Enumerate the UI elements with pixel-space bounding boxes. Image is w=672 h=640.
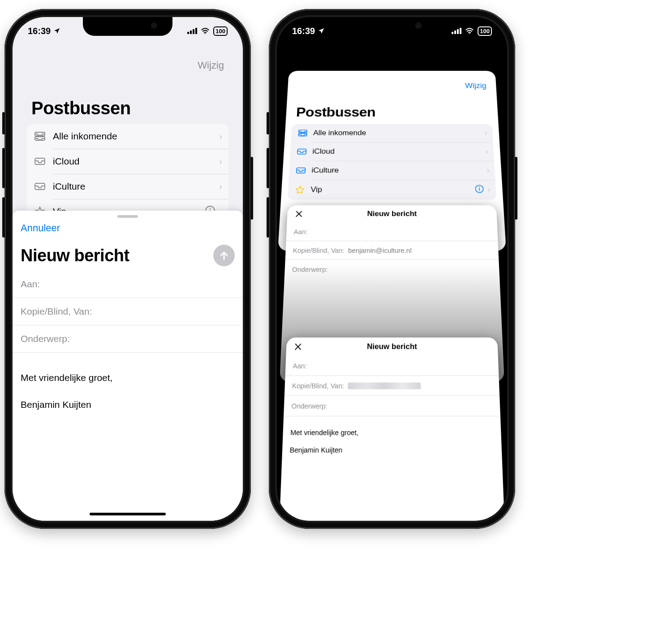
tray-icon <box>33 182 47 190</box>
ccbcc-field[interactable]: Kopie/Blind, Van: <box>13 298 243 325</box>
svg-rect-1 <box>190 30 192 34</box>
iphone-right: 16:39 <box>269 9 515 529</box>
mailbox-label: iCulture <box>311 166 487 175</box>
mailbox-row-icloud[interactable]: iCloud › <box>290 142 494 161</box>
to-label: Aan: <box>21 279 40 290</box>
edit-button[interactable]: Wijzig <box>465 82 487 90</box>
location-arrow-icon <box>53 27 60 35</box>
side-button <box>515 157 517 220</box>
ccbcc-field[interactable]: Kopie/Blind, Van: <box>284 376 500 396</box>
sheet-grabber[interactable] <box>117 215 138 218</box>
chevron-right-icon: › <box>219 182 222 192</box>
ccbcc-field[interactable]: Kopie/Blind, Van: benjamin@iculture.nl <box>285 241 499 260</box>
to-field[interactable]: Aan: <box>13 271 243 298</box>
body-line: Benjamin Kuijten <box>289 445 494 455</box>
stacked-tray-icon <box>297 130 309 137</box>
battery-icon: 100 <box>478 26 492 36</box>
side-button <box>2 112 5 134</box>
chevron-right-icon: › <box>487 186 491 194</box>
svg-point-24 <box>478 186 479 187</box>
mailbox-row-iculture[interactable]: iCulture › <box>289 161 495 180</box>
svg-rect-14 <box>454 30 456 34</box>
mailbox-label: Alle inkomende <box>53 131 219 142</box>
mailbox-row-vip[interactable]: Vip › <box>288 180 496 200</box>
star-icon <box>293 186 306 195</box>
redacted-from-value <box>348 382 421 389</box>
body-line: Met vriendelijke groet, <box>21 371 235 385</box>
tray-icon <box>33 157 47 165</box>
side-button <box>2 197 5 238</box>
mailbox-label: iCulture <box>53 181 219 192</box>
subject-field[interactable]: Onderwerp: <box>284 260 500 279</box>
close-button[interactable] <box>294 210 305 219</box>
side-button <box>250 157 253 220</box>
page-title: Postbussen <box>21 90 235 124</box>
mailbox-label: Alle inkomende <box>313 129 485 138</box>
side-button <box>267 112 269 134</box>
notch <box>83 17 172 36</box>
side-button <box>267 148 269 188</box>
body-line: Met vriendelijke groet, <box>290 427 494 437</box>
svg-rect-0 <box>187 32 189 34</box>
ccbcc-label: Kopie/Blind, Van: <box>21 306 92 317</box>
mailbox-row-iculture[interactable]: iCulture › <box>27 174 228 199</box>
subject-label: Onderwerp: <box>291 402 327 410</box>
chevron-right-icon: › <box>487 167 489 174</box>
mailbox-row-alle-inkomende[interactable]: Alle inkomende › <box>291 124 493 143</box>
mailbox-label: Vip <box>310 186 475 195</box>
tray-icon <box>295 167 307 174</box>
compose-title: Nieuw bericht <box>367 210 417 218</box>
chevron-right-icon: › <box>219 156 222 167</box>
notch <box>347 17 437 36</box>
home-indicator[interactable] <box>354 513 430 515</box>
chevron-right-icon: › <box>485 130 487 137</box>
edit-button[interactable]: Wijzig <box>198 60 224 71</box>
side-button <box>2 148 5 188</box>
svg-point-17 <box>469 33 470 34</box>
wifi-icon <box>201 28 210 34</box>
ccbcc-label: Kopie/Blind, Van: <box>293 246 345 254</box>
subject-label: Onderwerp: <box>292 265 328 273</box>
svg-rect-20 <box>297 149 306 154</box>
tray-icon <box>296 148 308 155</box>
cellular-icon <box>452 28 461 34</box>
chevron-right-icon: › <box>219 131 222 142</box>
svg-point-4 <box>205 33 206 34</box>
compose-card-2[interactable]: Nieuw bericht Aan: Kopie/Blind, Van: Ond… <box>279 337 505 521</box>
status-time: 16:39 <box>28 26 51 36</box>
card-stack: Wijzig Postbussen Alle inkomende <box>287 71 497 507</box>
svg-rect-2 <box>193 29 194 34</box>
to-field[interactable]: Aan: <box>286 223 498 241</box>
compose-sheet: Annuleer Nieuw bericht Aan: Kopie/Blind,… <box>13 211 243 521</box>
iphone-left: 16:39 <box>4 9 251 529</box>
mailbox-label: iCloud <box>53 156 219 167</box>
home-indicator[interactable] <box>90 513 166 515</box>
battery-icon: 100 <box>213 26 228 36</box>
location-arrow-icon <box>318 27 325 35</box>
close-button[interactable] <box>293 342 304 352</box>
svg-point-11 <box>210 208 211 209</box>
compose-body[interactable]: Met vriendelijke groet, Benjamin Kuijten <box>13 353 243 411</box>
info-icon[interactable] <box>474 184 484 195</box>
screen-left: 16:39 <box>13 17 243 521</box>
to-label: Aan: <box>293 362 307 370</box>
send-button[interactable] <box>213 245 235 266</box>
mailbox-row-icloud[interactable]: iCloud › <box>27 149 228 174</box>
from-value: benjamin@iculture.nl <box>348 246 412 254</box>
page-title: Postbussen <box>285 105 498 124</box>
mailbox-label: iCloud <box>312 147 486 156</box>
subject-field[interactable]: Onderwerp: <box>13 325 243 353</box>
compose-title: Nieuw bericht <box>367 342 417 351</box>
cellular-icon <box>187 28 197 34</box>
compose-body[interactable]: Met vriendelijke groet, Benjamin Kuijten <box>282 416 502 465</box>
svg-rect-7 <box>35 158 45 164</box>
body-line: Benjamin Kuijten <box>21 398 235 412</box>
svg-rect-16 <box>460 28 461 34</box>
to-field[interactable]: Aan: <box>285 356 499 376</box>
side-button <box>267 197 269 238</box>
chevron-right-icon: › <box>486 148 488 156</box>
subject-label: Onderwerp: <box>21 333 70 344</box>
subject-field[interactable]: Onderwerp: <box>284 396 500 417</box>
mailbox-row-alle-inkomende[interactable]: Alle inkomende › <box>27 124 228 149</box>
cancel-button[interactable]: Annuleer <box>21 222 60 234</box>
